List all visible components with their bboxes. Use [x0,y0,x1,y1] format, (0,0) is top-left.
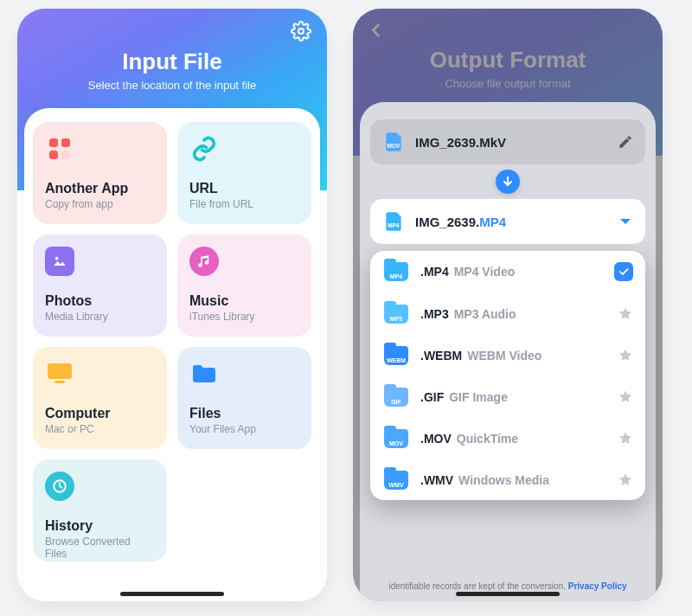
link-icon [189,134,219,164]
footer-text: identifiable records are kept of the con… [360,581,656,591]
format-ext: .WEBM [420,349,462,363]
tile-title: URL [189,181,299,196]
screen-output-format: Output Format Choose file output format … [353,9,663,601]
check-icon [614,262,633,281]
tile-sub: Media Library [45,311,155,323]
svg-rect-2 [61,138,70,147]
format-desc: Windows Media [458,473,549,487]
tile-title: Files [189,406,299,421]
arrow-down-icon [496,170,520,194]
format-desc: WEBM Video [467,349,541,363]
tile-sub: File from URL [189,198,299,210]
format-ext: .GIF [420,390,444,404]
format-desc: MP3 Audio [454,307,516,321]
target-file-name: IMG_2639.MP4 [415,215,506,229]
format-option-gif[interactable]: GIF.GIFGIF Image [370,375,645,417]
svg-rect-3 [49,151,58,159]
folder-icon [189,359,219,388]
edit-icon[interactable] [618,134,633,150]
format-dropdown: MP4.MP4MP4 VideoMP3.MP3MP3 AudioWEBM.WEB… [370,251,645,500]
tile-sub: Mac or PC [45,423,155,435]
tile-sub: iTunes Library [189,311,299,323]
svg-point-0 [298,29,304,34]
page-title: Input File [17,9,327,75]
tile-title: Another App [45,181,155,196]
format-desc: MP4 Video [454,265,516,279]
computer-icon [45,359,74,388]
star-icon[interactable] [618,389,633,405]
footer-note: identifiable records are kept of the con… [388,581,567,591]
source-files[interactable]: Files Your Files App [177,347,311,449]
star-icon[interactable] [618,306,633,322]
tile-title: Music [189,293,299,309]
screen-input-file: Input File Select the location of the in… [17,9,327,601]
tile-title: History [45,518,155,534]
source-sheet: Another App Copy from app URL File from … [24,108,320,601]
target-file-ext: MP4 [479,215,506,229]
source-photos[interactable]: Photos Media Library [33,234,167,337]
format-option-wmv[interactable]: WMV.WMVWindows Media [370,459,645,500]
format-option-mp3[interactable]: MP3.MP3MP3 Audio [370,292,645,334]
apps-icon [45,134,74,164]
format-option-mp4[interactable]: MP4.MP4MP4 Video [370,251,645,292]
file-webm-icon: WEBM [384,346,408,365]
convert-arrow [370,170,645,194]
privacy-link[interactable]: Privacy Policy [568,581,627,591]
source-another-app[interactable]: Another App Copy from app [33,122,167,224]
format-desc: GIF Image [449,390,508,404]
home-indicator[interactable] [120,592,224,596]
file-mp3-icon: MP3 [384,305,408,324]
svg-rect-4 [61,151,70,159]
format-ext: .MOV [420,432,452,446]
home-indicator[interactable] [456,592,560,596]
source-file-name: IMG_2639.MkV [415,135,506,150]
tile-title: Computer [45,406,155,421]
tile-sub: Browse Converted Files [45,536,155,560]
tile-sub: Your Files App [189,423,299,435]
file-mp4-icon: MP4 [384,262,408,281]
svg-point-5 [55,257,59,260]
format-ext: .WMV [420,473,453,487]
target-file-base: IMG_2639. [415,215,479,229]
source-music[interactable]: Music iTunes Library [177,234,311,337]
source-file-row[interactable]: MOV IMG_2639.MkV [370,119,645,164]
source-history[interactable]: History Browse Converted Files [33,459,167,561]
file-wmv-icon: WMV [384,471,408,490]
format-ext: .MP3 [420,307,449,321]
photo-icon [45,247,74,276]
format-desc: QuickTime [457,432,518,446]
source-url[interactable]: URL File from URL [177,122,311,224]
file-mov-icon: MOV [382,131,405,153]
clock-icon [45,472,74,501]
svg-rect-1 [49,138,58,147]
star-icon[interactable] [618,472,633,488]
star-icon[interactable] [618,348,633,363]
format-ext: .MP4 [420,265,449,279]
svg-text:MOV: MOV [388,143,400,149]
svg-text:MP4: MP4 [388,222,400,228]
svg-rect-7 [54,381,65,383]
star-icon[interactable] [618,431,633,446]
file-mov-icon: MOV [384,429,408,448]
tile-sub: Copy from app [45,198,155,210]
file-mp4-icon: MP4 [382,210,405,233]
music-icon [189,247,219,276]
tile-title: Photos [45,293,155,309]
chevron-down-icon[interactable] [618,214,633,229]
source-computer[interactable]: Computer Mac or PC [33,347,167,449]
target-file-row[interactable]: MP4 IMG_2639.MP4 [370,199,645,244]
file-gif-icon: GIF [384,388,408,407]
format-sheet: MOV IMG_2639.MkV MP4 IMG_2639.MP4 [360,102,656,601]
format-option-mov[interactable]: MOV.MOVQuickTime [370,417,645,459]
format-option-webm[interactable]: WEBM.WEBMWEBM Video [370,334,645,375]
svg-rect-6 [48,363,72,379]
page-subtitle: Select the location of the input file [17,79,327,92]
settings-button[interactable] [291,21,311,42]
